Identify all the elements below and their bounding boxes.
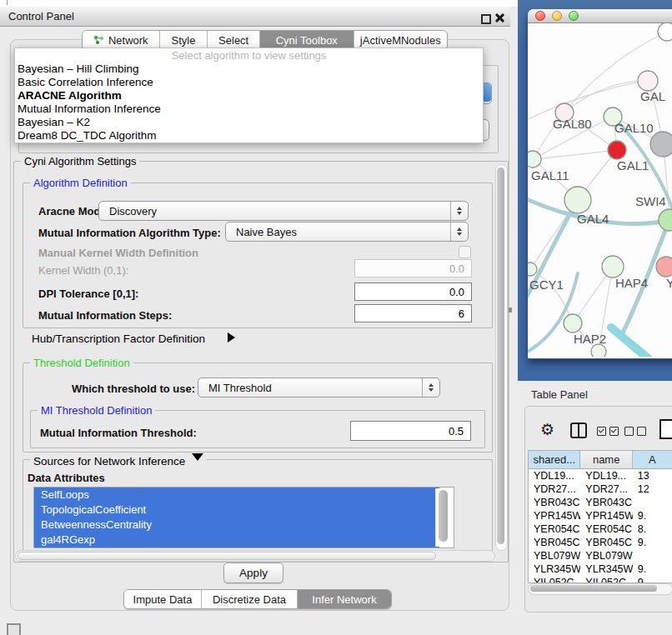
table-cell[interactable]: YBR043C	[529, 496, 580, 509]
table-cell[interactable]: 13	[633, 469, 672, 482]
table-cell[interactable]: YDR27...	[580, 482, 632, 496]
data-attribute-item[interactable]: TopologicalCoefficient	[34, 502, 439, 518]
table-cell[interactable]: 9.	[633, 562, 672, 576]
table-cell[interactable]: YDR27...	[529, 482, 580, 496]
network-node[interactable]	[528, 151, 541, 168]
table-row[interactable]: YLR345WYLR345W9.	[529, 562, 672, 576]
table-row[interactable]: YDR27...YDR27...12	[529, 482, 672, 496]
hub-section-label[interactable]: Hub/Transcription Factor Definition	[32, 332, 205, 345]
dpi-tolerance-input[interactable]: 0.0	[354, 282, 472, 301]
network-node[interactable]	[658, 23, 672, 41]
aracne-mode-select[interactable]: Discovery	[98, 201, 469, 221]
column-header-third[interactable]: A	[633, 451, 672, 469]
table-cell[interactable]: YLR345W	[529, 562, 580, 576]
algorithm-popup-item[interactable]: ARACNE Algorithm	[15, 89, 483, 102]
table-row[interactable]: YDL19...YDL19...13	[529, 469, 672, 482]
data-attribute-item[interactable]: SelfLoops	[34, 488, 439, 502]
table-cell[interactable]: YBL079W	[580, 549, 632, 562]
mi-steps-input[interactable]: 6	[354, 304, 472, 322]
table-cell[interactable]: YPR145W	[580, 509, 632, 522]
network-node[interactable]	[591, 344, 606, 357]
close-icon[interactable]	[494, 12, 505, 23]
algorithm-popup-item[interactable]: Bayesian – Hill Climbing	[15, 62, 483, 76]
table-cell[interactable]: YPR145W	[529, 509, 580, 522]
deselect-all-checkboxes-icon[interactable]	[624, 427, 646, 436]
table-row[interactable]: YBL079WYBL079W	[529, 549, 672, 562]
apply-button[interactable]: Apply	[223, 562, 283, 583]
network-node[interactable]	[528, 262, 537, 276]
algorithm-popup-item[interactable]: Mutual Information Inference	[15, 102, 483, 116]
column-header-shared-name[interactable]: shared...	[529, 451, 580, 469]
network-canvas[interactable]: GALGAL80GAL10GAL1GAL11SWI4GAL4GCY1HAP4YH…	[528, 23, 672, 357]
attributes-scrollbar[interactable]	[435, 488, 453, 547]
table-cell[interactable]: YLR345W	[580, 562, 632, 576]
network-edge[interactable]	[564, 81, 648, 112]
close-traffic-light-icon[interactable]	[535, 11, 545, 21]
settings-horizontal-scrollbar[interactable]	[15, 550, 495, 562]
table-cell[interactable]: 8.	[633, 522, 672, 536]
algorithm-popup-item[interactable]: Basic Correlation Inference	[15, 76, 483, 89]
table-horizontal-scrollbar[interactable]	[528, 583, 672, 595]
network-edge[interactable]	[611, 328, 672, 357]
table-cell[interactable]: YDL19...	[580, 469, 632, 482]
table-cell[interactable]: 9.	[633, 509, 672, 522]
column-header-name[interactable]: name	[580, 451, 632, 469]
tab-style[interactable]: Style	[160, 31, 208, 49]
tab-network[interactable]: Network	[83, 31, 160, 49]
tab-cyni-toolbox[interactable]: Cyni Toolbox	[260, 31, 354, 49]
table-cell[interactable]: YIL052C	[529, 576, 580, 583]
table-cell[interactable]: YBR043C	[580, 496, 632, 509]
file-icon[interactable]	[659, 419, 672, 439]
network-node[interactable]	[650, 132, 672, 157]
table-cell[interactable]	[633, 549, 672, 562]
settings-vertical-scrollbar[interactable]	[495, 164, 508, 551]
expand-arrow-icon[interactable]	[228, 332, 240, 342]
data-attribute-item[interactable]: gal4RGexp	[34, 532, 439, 548]
which-threshold-select[interactable]: MI Threshold	[198, 378, 440, 398]
table-cell[interactable]: 12	[633, 482, 672, 496]
zoom-traffic-light-icon[interactable]	[569, 11, 579, 21]
table-cell[interactable]: YBR045C	[529, 536, 580, 549]
table-cell[interactable]: YIL052C	[580, 576, 632, 583]
data-attributes-list[interactable]: SelfLoopsTopologicalCoefficientBetweenne…	[33, 487, 454, 548]
table-cell[interactable]: YDL19...	[529, 469, 580, 482]
network-node[interactable]	[564, 314, 582, 332]
table-cell[interactable]: YBL079W	[529, 549, 580, 562]
tab-infer-network[interactable]: Infer Network	[298, 590, 391, 608]
split-pane-handle[interactable]	[509, 308, 512, 312]
select-all-checkboxes-icon[interactable]	[597, 427, 619, 436]
table-row[interactable]: YER054CYER054C8.	[529, 522, 672, 536]
network-window-titlebar[interactable]	[528, 9, 672, 23]
table-cell[interactable]: YER054C	[529, 522, 580, 536]
columns-icon[interactable]	[570, 422, 587, 438]
data-attribute-item[interactable]: BetweennessCentrality	[34, 518, 439, 532]
network-node[interactable]	[656, 257, 672, 277]
mi-threshold-input[interactable]: 0.5	[350, 421, 471, 441]
table-cell[interactable]: YBR045C	[580, 536, 632, 549]
table-cell[interactable]: 9.	[633, 536, 672, 549]
network-node[interactable]	[659, 209, 672, 231]
gear-icon[interactable]: ⚙	[540, 420, 554, 439]
tab-impute-data[interactable]: Impute Data	[124, 590, 202, 608]
table-row[interactable]: YPR145WYPR145W9.	[529, 509, 672, 522]
table-row[interactable]: YBR043CYBR043C	[529, 496, 672, 509]
table-row[interactable]: YBR045CYBR045C9.	[529, 536, 672, 549]
collapse-arrow-icon[interactable]	[192, 453, 203, 467]
table-cell[interactable]	[633, 496, 672, 509]
network-node[interactable]	[602, 256, 624, 278]
manual-kernel-checkbox[interactable]	[459, 246, 471, 258]
table-cell[interactable]: 9.	[633, 576, 672, 583]
algorithm-popup-item[interactable]: Bayesian – K2	[15, 116, 483, 129]
network-node[interactable]	[564, 187, 591, 213]
mi-type-select[interactable]: Naive Bayes	[225, 222, 469, 242]
dock-panel-icon[interactable]	[7, 623, 21, 635]
tab-jactivemnodules[interactable]: jActiveMNodules	[354, 31, 447, 49]
network-node[interactable]	[638, 71, 658, 91]
table-row[interactable]: YIL052CYIL052C9.	[529, 576, 672, 583]
minimize-traffic-light-icon[interactable]	[552, 11, 562, 21]
network-edge[interactable]	[533, 150, 617, 159]
tab-discretize-data[interactable]: Discretize Data	[202, 590, 298, 608]
table-cell[interactable]: YER054C	[580, 522, 632, 536]
algorithm-popup-item[interactable]: Dream8 DC_TDC Algorithm	[15, 129, 483, 142]
network-node[interactable]	[608, 141, 626, 159]
